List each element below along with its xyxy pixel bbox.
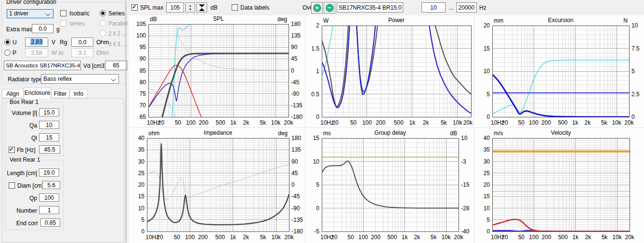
qa-input[interactable] <box>39 121 59 129</box>
excursion-ytick-right: 7.5 <box>631 45 640 52</box>
impedance-title: Impedance <box>204 129 233 136</box>
series-radio[interactable] <box>100 10 106 16</box>
parallel-label: Parallel <box>108 20 128 27</box>
power-xtick: 5k <box>441 119 447 126</box>
group-delay-ytick: 15 <box>313 135 320 141</box>
freq-min-input[interactable] <box>421 2 446 13</box>
isobaric-label: Isobaric <box>69 10 90 17</box>
impedance-ytick-right: 135 <box>291 146 301 153</box>
voltage-input[interactable]: 2.83 <box>25 38 48 47</box>
spl-max-checkbox[interactable]: ✓ <box>131 4 138 11</box>
velocity-xtick: 20 <box>501 234 508 241</box>
spl-ytick-right: 135 <box>291 32 301 39</box>
impedance-ytick-right: -90 <box>291 205 300 212</box>
vd-input[interactable] <box>105 61 127 70</box>
group-delay-ytick: 5 <box>316 181 319 188</box>
spl-xtick: 1k <box>230 119 237 126</box>
two-parallel-label: 2 ‖ 2 ... <box>108 30 127 37</box>
volt-unit-label: V <box>52 39 55 46</box>
group-delay-chart: 151050-510-3-15-28-4010Hz20501002005001k… <box>306 128 473 243</box>
tab-filter[interactable]: Filter <box>51 89 69 98</box>
power-ytick: 1.5 <box>311 45 319 52</box>
spl-ytick-right: 90 <box>291 44 298 51</box>
group-delay-xtick: 5k <box>431 234 437 241</box>
excursion-xtick: 50 <box>518 119 525 126</box>
ql-input[interactable] <box>39 133 59 141</box>
overlay-add-button[interactable]: + <box>311 2 323 13</box>
left-panel: Driver configuration 1 driver Isobaric S… <box>0 0 126 243</box>
driver-count-dropdown[interactable]: 1 driver <box>7 9 53 18</box>
tab-enclosure[interactable]: Enclosure <box>24 88 51 99</box>
group-delay-right-unit: dB <box>450 130 457 137</box>
qp-input[interactable] <box>39 193 59 202</box>
end-corr-input[interactable] <box>40 218 60 227</box>
power-chart: 21.510.5010Hz20501002005001k2k5k10k20kPo… <box>306 15 473 127</box>
excursion-plot: 20151050107.552.5010Hz20501002005001k2k5… <box>474 15 644 127</box>
number-label: Number <box>5 207 37 214</box>
velocity-xtick: 100 <box>529 234 539 241</box>
fb-input[interactable] <box>39 145 60 153</box>
excursion-left-unit: mm <box>494 17 503 24</box>
length-label: Length [cm] <box>5 170 37 177</box>
arrow-down-icon: ▼ <box>189 8 192 12</box>
velocity-ytick: 35 <box>484 146 490 153</box>
spl-max-spinner[interactable]: ▲▼ <box>185 2 195 13</box>
power-radio-label: P <box>13 50 16 56</box>
extra-mass-input[interactable] <box>32 24 53 33</box>
velocity-xtick: 200 <box>541 234 551 241</box>
fb-checkbox[interactable]: ✓ <box>9 147 15 153</box>
excursion-xtick: 20k <box>624 119 634 126</box>
power-plot: 21.510.5010Hz20501002005001k2k5k10k20kPo… <box>306 15 473 127</box>
group-delay-xtick: 10k <box>441 234 451 241</box>
check-icon: ✓ <box>9 146 13 153</box>
force-curve <box>492 60 629 114</box>
excursion-ytick: 5 <box>486 91 490 98</box>
excursion-curve <box>492 75 629 117</box>
vent-rear-title: Vent Rear 1 <box>8 156 41 163</box>
impedance-ytick: 30 <box>138 158 145 165</box>
diam-checkbox[interactable] <box>9 182 15 189</box>
qp-label: Qp <box>5 195 37 202</box>
fb-label: Fb [Hz] <box>17 147 36 153</box>
tab-info[interactable]: Info <box>69 89 88 98</box>
radiator-type-dropdown[interactable]: Bass reflex <box>41 74 119 84</box>
power-ytick: 1 <box>316 68 319 75</box>
data-labels-checkbox[interactable] <box>232 4 238 11</box>
panel-divider[interactable] <box>126 0 126 243</box>
impedance-ytick: 5 <box>141 217 145 223</box>
impedance-ytick: 20 <box>138 181 145 188</box>
overlay-remove-button[interactable]: − <box>324 2 335 13</box>
excursion-chart: 20151050107.552.5010Hz20501002005001k2k5… <box>474 15 644 127</box>
range-separator: ... <box>449 4 454 11</box>
excursion-ytick: 10 <box>484 68 490 75</box>
power-ohm-input <box>71 48 93 57</box>
number-input[interactable] <box>39 206 59 214</box>
diam-input[interactable] <box>42 181 60 189</box>
tab-align[interactable]: Align <box>2 89 24 98</box>
fit-scale-button[interactable] <box>197 2 207 13</box>
isobaric-checkbox[interactable] <box>60 10 66 16</box>
length-input[interactable] <box>39 168 59 177</box>
impedance-ytick-right: -45 <box>291 193 300 200</box>
spl-ytick: 85 <box>140 67 146 74</box>
voltage-radio[interactable] <box>4 39 11 45</box>
data-labels-label: Data labels <box>240 4 269 11</box>
freq-max-input[interactable] <box>456 2 477 13</box>
group-delay-left-unit: ms <box>323 130 331 137</box>
hz-unit-label: Hz <box>479 4 486 11</box>
impedance-xtick: 2k <box>243 234 250 241</box>
chevron-down-icon <box>111 77 116 82</box>
power-radio[interactable] <box>4 50 11 56</box>
volume-input[interactable] <box>39 108 59 116</box>
overlay-name-input[interactable] <box>337 2 403 13</box>
spl-max-input[interactable] <box>166 2 184 13</box>
velocity-ytick: 20 <box>484 181 490 188</box>
spl-ytick-right: 45 <box>291 55 298 62</box>
excursion-xtick: 2k <box>585 119 591 126</box>
rg-input[interactable] <box>71 38 93 47</box>
spl-ytick: 95 <box>140 44 146 51</box>
driver-name-input[interactable] <box>4 61 81 70</box>
group-delay-title: Group delay <box>374 129 406 136</box>
impedance-ytick: 10 <box>138 205 145 212</box>
impedance-xtick: 20k <box>284 234 294 241</box>
